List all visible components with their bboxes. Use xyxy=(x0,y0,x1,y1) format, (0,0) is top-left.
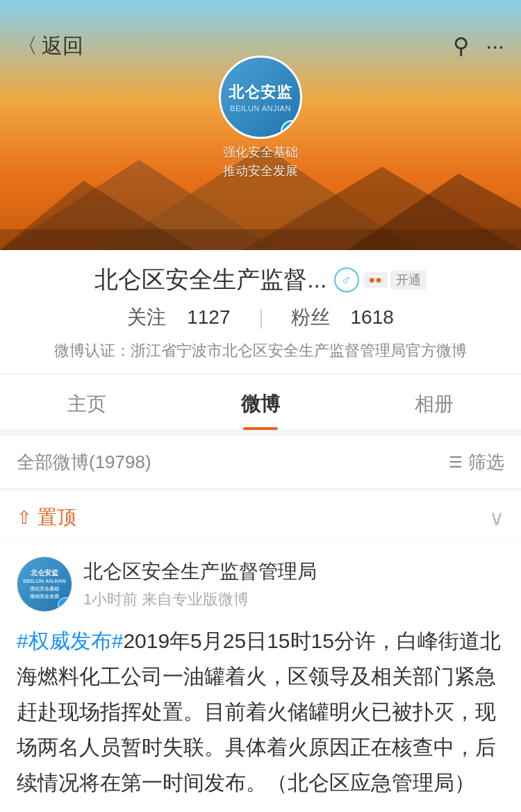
gender-icon: ♂ xyxy=(334,267,359,292)
tab-album[interactable]: 相册 xyxy=(347,374,521,430)
post-count: 全部微博(19798) xyxy=(17,450,151,474)
pin-text: 置顶 xyxy=(38,504,76,531)
tab-weibo[interactable]: 微博 xyxy=(174,374,347,430)
tab-home[interactable]: 主页 xyxy=(0,374,174,430)
search-icon[interactable]: ⚲ xyxy=(453,33,469,59)
cover-taglines: 强化安全基础 推动安全发展 xyxy=(223,143,298,181)
profile-name-icons: ♂ ●● 开通 xyxy=(334,267,427,292)
post-content: #权威发布#2019年5月25日15时15分许，白峰街道北海燃料化工公司一油罐着… xyxy=(17,623,504,800)
verify-text: 微博认证：浙江省宁波市北仑区安全生产监督管理局官方微博 xyxy=(21,339,500,362)
post-card: 北仑安监BEILUN ANJIAN 强化安全基础 推动安全发展 ✓ 北仑区安全生… xyxy=(0,542,521,812)
post-meta: 1小时前 来自专业版微博 xyxy=(83,589,504,610)
svg-rect-5 xyxy=(0,229,521,250)
verified-badge: ✓ xyxy=(281,120,302,139)
follow-count: 1127 xyxy=(187,306,230,329)
filter-icon: ☰ xyxy=(449,454,463,472)
post-text: 2019年5月25日15时15分许，白峰街道北海燃料化工公司一油罐着火，区领导及… xyxy=(17,629,501,794)
filter-button[interactable]: ☰ 筛选 xyxy=(449,450,504,474)
more-icon[interactable]: ··· xyxy=(486,33,504,59)
profile-avatar[interactable]: 北仑安监 BEILUN ANJIAN ✓ xyxy=(219,56,302,139)
post-avatar-text: 北仑安监BEILUN ANJIAN 强化安全基础 推动安全发展 xyxy=(23,569,65,600)
post-hashtag[interactable]: #权威发布# xyxy=(17,629,123,652)
post-source: 来自专业版微博 xyxy=(142,590,249,608)
follow-badge-dots: ●● xyxy=(363,272,388,288)
post-author-avatar[interactable]: 北仑安监BEILUN ANJIAN 强化安全基础 推动安全发展 ✓ xyxy=(17,556,72,612)
avatar-name-text: 北仑安监 xyxy=(229,82,292,103)
profile-name: 北仑区安全生产监督... xyxy=(94,264,326,296)
post-avatar-verified-badge: ✓ xyxy=(58,597,72,612)
cover-area: 〈 返回 ⚲ ··· 北仑安监 BEILUN ANJIAN ✓ 强化安全基础 推… xyxy=(0,0,521,250)
post-time: 1小时前 xyxy=(83,590,138,608)
check-icon-small: ✓ xyxy=(63,602,68,609)
stats-divider: ｜ xyxy=(251,304,270,331)
top-action-icons: ⚲ ··· xyxy=(453,33,504,59)
pin-label: ⇧ 置顶 xyxy=(17,504,76,531)
follow-badges: ●● 开通 xyxy=(363,270,427,290)
cover-top-bar: 〈 返回 ⚲ ··· xyxy=(0,0,521,61)
tagline-2: 推动安全发展 xyxy=(223,162,298,181)
filter-bar: 全部微博(19798) ☰ 筛选 xyxy=(0,436,521,489)
pin-header: ⇧ 置顶 ∨ xyxy=(0,490,521,542)
fans-label: 粉丝 xyxy=(291,304,330,331)
back-button[interactable]: 〈 返回 xyxy=(17,32,83,60)
back-chevron-icon: 〈 xyxy=(17,32,38,60)
pin-icon: ⇧ xyxy=(17,507,32,529)
post-author-info: 北仑区安全生产监督管理局 1小时前 来自专业版微博 xyxy=(83,558,504,610)
back-label: 返回 xyxy=(42,32,83,60)
filter-label: 筛选 xyxy=(468,450,504,474)
tabs-bar: 主页 微博 相册 xyxy=(0,374,521,431)
stats-row: 关注 1127 ｜ 粉丝 1618 xyxy=(21,304,500,331)
avatar-sub-text: BEILUN ANJIAN xyxy=(230,104,291,113)
chevron-down-icon[interactable]: ∨ xyxy=(489,506,504,530)
check-icon: ✓ xyxy=(288,126,296,137)
avatar-area: 北仑安监 BEILUN ANJIAN ✓ 强化安全基础 推动安全发展 xyxy=(219,56,302,181)
profile-name-row: 北仑区安全生产监督... ♂ ●● 开通 xyxy=(21,264,500,296)
tagline-1: 强化安全基础 xyxy=(223,143,298,162)
post-author-row: 北仑安监BEILUN ANJIAN 强化安全基础 推动安全发展 ✓ 北仑区安全生… xyxy=(17,556,504,612)
post-author-name: 北仑区安全生产监督管理局 xyxy=(83,558,504,585)
follow-label: 关注 xyxy=(127,304,166,331)
pin-section: ⇧ 置顶 ∨ 北仑安监BEILUN ANJIAN 强化安全基础 推动安全发展 ✓… xyxy=(0,490,521,812)
follow-badge-open: 开通 xyxy=(390,270,427,290)
profile-info: 北仑区安全生产监督... ♂ ●● 开通 关注 1127 ｜ 粉丝 1618 微… xyxy=(0,250,521,373)
fans-count: 1618 xyxy=(351,306,394,329)
